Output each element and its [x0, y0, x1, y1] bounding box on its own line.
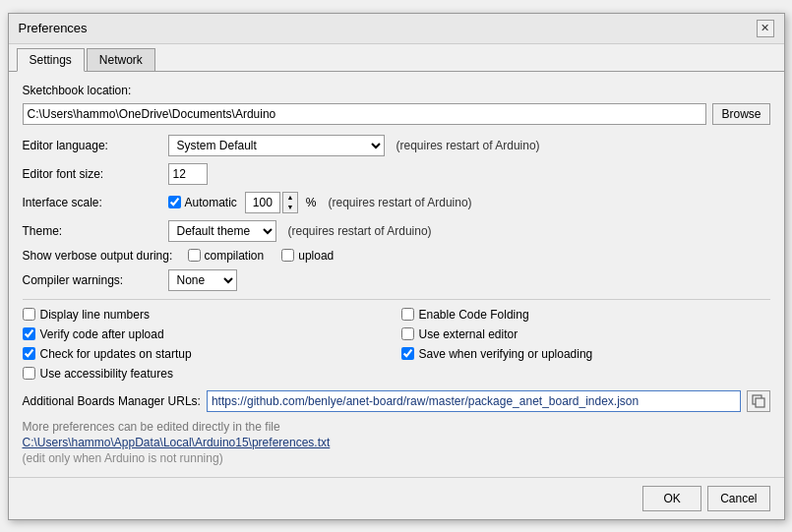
cancel-button[interactable]: Cancel: [707, 486, 769, 511]
use-external-editor-checkbox[interactable]: [401, 327, 414, 340]
save-when-verifying-item: Save when verifying or uploading: [401, 347, 770, 361]
display-line-numbers-item: Display line numbers: [23, 308, 392, 322]
upload-checkbox-label: upload: [281, 249, 334, 263]
editor-font-row: Editor font size:: [23, 163, 770, 185]
separator: [23, 299, 770, 300]
interface-scale-row: Interface scale: Automatic ▲ ▼ % (requir…: [23, 192, 770, 213]
checkboxes-grid: Display line numbers Enable Code Folding…: [23, 308, 770, 381]
theme-select[interactable]: Default theme: [168, 220, 276, 242]
interface-scale-note: (requires restart of Arduino): [329, 196, 472, 209]
scale-input[interactable]: [245, 192, 280, 213]
display-line-numbers-checkbox[interactable]: [23, 308, 35, 321]
editor-language-row: Editor language: System Default (require…: [23, 135, 770, 156]
compiler-warnings-select[interactable]: None Default More All: [168, 269, 237, 291]
preferences-dialog: Preferences ✕ Settings Network Sketchboo…: [8, 13, 785, 520]
use-external-editor-item: Use external editor: [401, 327, 770, 341]
expand-icon: [752, 394, 765, 408]
enable-code-folding-checkbox[interactable]: [401, 308, 414, 321]
urls-row: Additional Boards Manager URLs:: [23, 390, 770, 412]
more-prefs-text: More preferences can be edited directly …: [23, 420, 770, 434]
theme-label: Theme:: [23, 224, 160, 238]
editor-language-select[interactable]: System Default: [168, 135, 385, 156]
upload-checkbox[interactable]: [281, 249, 294, 262]
auto-checkbox[interactable]: [168, 196, 181, 208]
check-updates-item: Check for updates on startup: [23, 347, 392, 361]
theme-row: Theme: Default theme (requires restart o…: [23, 220, 770, 242]
urls-input[interactable]: [207, 390, 741, 412]
urls-expand-button[interactable]: [747, 390, 770, 412]
tabs-bar: Settings Network: [9, 44, 784, 72]
dialog-title: Preferences: [19, 21, 88, 35]
compiler-warnings-label: Compiler warnings:: [23, 273, 160, 287]
use-accessibility-item: Use accessibility features: [23, 367, 392, 381]
enable-code-folding-item: Enable Code Folding: [401, 308, 770, 322]
urls-label: Additional Boards Manager URLs:: [23, 394, 201, 408]
use-accessibility-checkbox[interactable]: [23, 367, 35, 380]
spinner-up[interactable]: ▲: [283, 193, 297, 203]
file-path-link[interactable]: C:\Users\hammo\AppData\Local\Arduino15\p…: [23, 436, 770, 449]
settings-content: Sketchbook location: Browse Editor langu…: [9, 72, 784, 477]
auto-checkbox-label: Automatic: [168, 196, 237, 209]
compiler-warnings-row: Compiler warnings: None Default More All: [23, 269, 770, 291]
tab-settings[interactable]: Settings: [17, 48, 85, 72]
browse-button[interactable]: Browse: [712, 103, 769, 125]
spinner-down[interactable]: ▼: [283, 203, 297, 212]
sketchbook-label: Sketchbook location:: [23, 84, 770, 97]
editor-language-note: (requires restart of Arduino): [396, 139, 540, 152]
theme-note: (requires restart of Arduino): [288, 224, 432, 238]
editor-language-label: Editor language:: [23, 139, 160, 152]
close-button[interactable]: ✕: [757, 20, 774, 37]
verify-code-checkbox[interactable]: [23, 327, 35, 340]
check-updates-checkbox[interactable]: [23, 347, 35, 360]
compilation-checkbox-label: compilation: [188, 249, 265, 263]
title-bar: Preferences ✕: [9, 14, 784, 44]
interface-scale-label: Interface scale:: [23, 196, 160, 209]
ok-button[interactable]: OK: [642, 486, 701, 511]
sketchbook-row: Browse: [23, 103, 770, 125]
sketchbook-input[interactable]: [23, 103, 707, 125]
scale-unit: %: [306, 196, 317, 209]
save-when-verifying-checkbox[interactable]: [401, 347, 414, 360]
editor-font-label: Editor font size:: [23, 167, 160, 181]
svg-rect-1: [756, 398, 764, 407]
editor-font-input[interactable]: [168, 163, 208, 185]
scale-spinner: ▲ ▼: [245, 192, 298, 213]
edit-note: (edit only when Arduino is not running): [23, 451, 223, 465]
footer: OK Cancel: [9, 477, 784, 519]
verify-code-item: Verify code after upload: [23, 327, 392, 341]
spinner-controls: ▲ ▼: [282, 192, 298, 213]
verbose-label: Show verbose output during:: [23, 249, 180, 263]
compilation-checkbox[interactable]: [188, 249, 201, 262]
verbose-row: Show verbose output during: compilation …: [23, 249, 770, 263]
tab-network[interactable]: Network: [87, 48, 155, 71]
